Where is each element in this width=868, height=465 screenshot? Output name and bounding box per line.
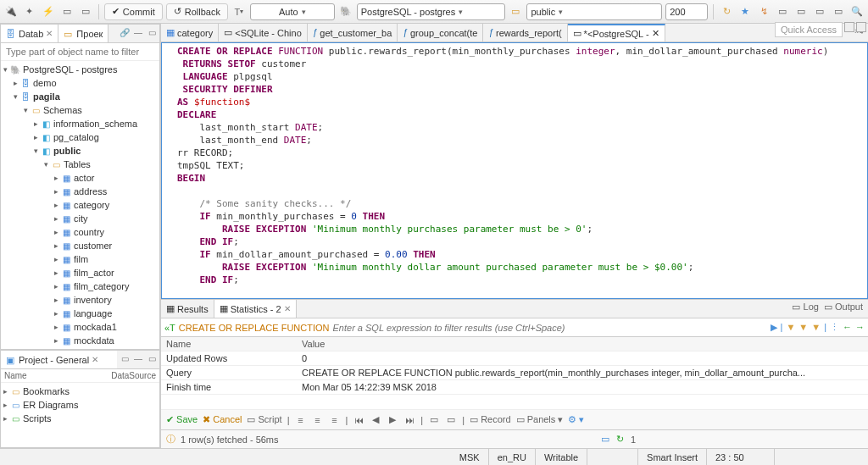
tree-connection[interactable]: PostgreSQL - postgres [23, 64, 117, 75]
funnel-icon[interactable]: ▼ [798, 322, 808, 333]
editor-tab-sqlite[interactable]: ▭<SQLite - Chino [219, 24, 308, 42]
panels-button[interactable]: ▭ Panels ▾ [516, 414, 564, 425]
database-tree[interactable]: ▾🐘PostgreSQL - postgres ▸🗄demo ▾🗄pagila … [1, 61, 159, 349]
tree-schema[interactable]: information_schema [53, 119, 137, 129]
sql-file-icon[interactable]: ▭ [78, 4, 93, 19]
nav-icon7[interactable]: ▭ [831, 4, 846, 19]
sql-editor[interactable]: CREATE OR REPLACE FUNCTION public.reward… [161, 42, 868, 299]
tab-results[interactable]: ▦Results [161, 300, 214, 318]
tx-mode-select[interactable]: Auto▾ [250, 3, 335, 20]
plug-icon[interactable]: 🔌 [3, 4, 19, 19]
script-button[interactable]: ▭ Script [247, 414, 281, 425]
tree-table[interactable]: mockada1 [74, 322, 117, 332]
search-icon[interactable]: 🔍 [849, 4, 865, 19]
col-header-value[interactable]: Value [297, 337, 868, 352]
col-header-name[interactable]: Name [161, 337, 297, 352]
last-icon[interactable]: ⏭ [403, 415, 415, 425]
max-icon[interactable]: ▭ [146, 26, 158, 38]
edit-icon[interactable]: ≡ [312, 415, 324, 425]
tree-table[interactable]: actor [74, 173, 94, 183]
connection-select[interactable]: PostgreSQL - postgres▾ [357, 3, 505, 20]
add-icon[interactable]: ▭ [428, 414, 440, 425]
tree-table[interactable]: country [74, 227, 104, 237]
min-icon[interactable]: — [132, 26, 144, 38]
tree-table[interactable]: inventory [74, 295, 112, 305]
proj-scripts[interactable]: Scripts [23, 413, 52, 423]
next-icon[interactable]: ▶ [387, 414, 398, 425]
tree-table[interactable]: category [74, 200, 109, 210]
prev-icon[interactable]: ← [843, 322, 852, 333]
bolt-icon[interactable]: ⚡ [41, 4, 56, 19]
perspective-icons[interactable] [844, 22, 866, 32]
tab-database[interactable]: 🗄Datab✕ [1, 25, 58, 42]
proj-bookmarks[interactable]: Bookmarks [23, 386, 70, 396]
edit-icon[interactable]: ≡ [329, 415, 341, 425]
next-icon[interactable]: → [855, 322, 865, 333]
tree-schema[interactable]: pg_catalog [53, 132, 99, 142]
refresh-icon[interactable]: ↻ [616, 434, 624, 445]
tx-icon[interactable]: T▾ [231, 4, 247, 19]
tree-table[interactable]: film_category [74, 281, 129, 291]
commit-button[interactable]: ✔Commit [104, 3, 163, 20]
funnel-icon[interactable]: ▼ [786, 322, 795, 333]
funnel-icon[interactable]: ▼ [811, 322, 821, 333]
nav-icon5[interactable]: ▭ [793, 4, 809, 19]
menu-icon[interactable]: ⋮ [830, 322, 839, 333]
tab-projects[interactable]: ▭Проек [58, 25, 108, 42]
tree-db-pagila[interactable]: pagila [33, 91, 60, 102]
status-position: 23 : 50 [707, 449, 775, 465]
editor-tab-rewards[interactable]: ƒrewards_report( [483, 24, 567, 42]
rollback-button[interactable]: ↺Rollback [166, 3, 228, 20]
max-icon[interactable]: ▭ [146, 352, 158, 364]
gear-icon[interactable]: ⚙ ▾ [568, 414, 584, 425]
tree-table[interactable]: film_actor [74, 268, 114, 278]
nav-icon2[interactable]: ★ [737, 4, 753, 19]
nav-icon4[interactable]: ▭ [775, 4, 790, 19]
sql-icon[interactable]: ▭ [59, 4, 75, 19]
nav-icon6[interactable]: ▭ [812, 4, 827, 19]
tree-table[interactable]: film [74, 254, 88, 264]
tree-table[interactable]: language [74, 308, 112, 318]
editor-tab-category[interactable]: ▦category [161, 24, 219, 42]
tree-filter-input[interactable] [1, 43, 159, 61]
results-filter-input[interactable] [333, 323, 767, 333]
tree-table[interactable]: customer [74, 241, 112, 251]
tree-table[interactable]: address [74, 186, 107, 197]
nav-icon3[interactable]: ↯ [756, 4, 771, 19]
nav-icon1[interactable]: ↻ [719, 4, 734, 19]
link-icon[interactable]: 🔗 [119, 26, 131, 38]
separator [98, 4, 99, 19]
record-button[interactable]: ▭ Record [470, 414, 511, 425]
del-icon[interactable]: ▭ [445, 414, 457, 425]
results-log[interactable]: ▭ Log [792, 302, 818, 316]
prev-icon[interactable]: ◀ [370, 414, 381, 425]
schema-select[interactable]: public▾ [526, 3, 662, 20]
min-icon[interactable]: — [132, 352, 144, 364]
results-table[interactable]: NameValue Updated Rows0 QueryCREATE OR R… [161, 337, 868, 409]
first-icon[interactable]: ⏮ [353, 415, 364, 425]
edit-icon[interactable]: ≡ [295, 415, 307, 425]
editor-tab-groupconcat[interactable]: ƒgroup_concat(te [398, 24, 483, 42]
plug-off-icon[interactable]: ✦ [22, 4, 37, 19]
results-output[interactable]: ▭ Output [824, 302, 863, 316]
tab-project-general[interactable]: ▣Project - General✕ [1, 351, 117, 368]
editor-tab-getcust[interactable]: ƒget_customer_ba [308, 24, 398, 42]
tree-table[interactable]: mockdata [74, 335, 114, 346]
quick-access-input[interactable]: Quick Access [775, 22, 843, 37]
tree-tables[interactable]: Tables [64, 159, 91, 169]
tab-statistics[interactable]: ▦Statistics - 2✕ [214, 300, 297, 318]
view-menu-icon[interactable]: ▭ [119, 352, 131, 364]
save-button[interactable]: ✔ Save [166, 414, 198, 425]
apply-icon[interactable]: ▶ [771, 322, 777, 333]
row-limit-input[interactable]: 200 [665, 3, 708, 20]
status-bar: MSK en_RU Writable Smart Insert 23 : 50 [0, 448, 868, 465]
proj-erdiagrams[interactable]: ER Diagrams [23, 400, 78, 410]
table-row: QueryCREATE OR REPLACE FUNCTION public.r… [161, 366, 868, 380]
tree-schemas[interactable]: Schemas [43, 105, 82, 115]
editor-tab-active[interactable]: ▭*<PostgreSQL - ✕ [568, 24, 665, 42]
tree-schema-public[interactable]: public [53, 146, 81, 156]
cancel-button[interactable]: ✖ Cancel [203, 414, 242, 425]
filter-toggle-icon[interactable]: «T [164, 323, 175, 333]
tree-table[interactable]: city [74, 213, 88, 224]
tree-db-demo[interactable]: demo [33, 78, 57, 88]
